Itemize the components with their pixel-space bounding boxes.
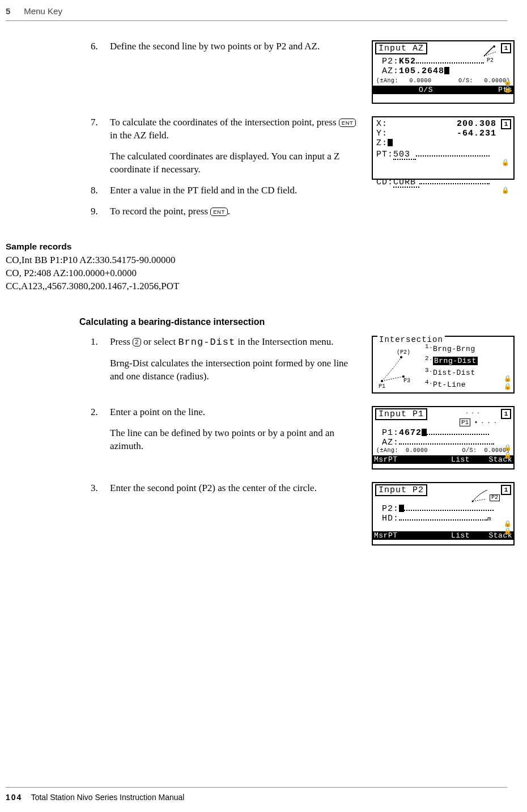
step-text: Brng-Dist calculates the intersection po… [110,357,363,383]
sample-records: Sample records CO,Int BB P1:P10 AZ:330.5… [6,241,507,293]
lcd-coordinates: 1 X:200.308 Y:-64.231 Z: PT:503 🔒 CD:CUR… [372,116,515,180]
lock-icon: 🔒 [504,384,512,390]
lcd-title: Input P2 [375,484,427,496]
page-indicator-icon: 1 [501,409,511,419]
step-text: Enter a value in the PT field and in the… [110,184,363,197]
step-text: Press 2 or select Brng-Dist in the Inter… [110,336,363,349]
page-footer: 104 Total Station Nivo Series Instructio… [6,787,507,804]
dotted-line-icon: · · · [465,411,479,416]
softkey-bar: MsrPT List Stack [373,455,513,464]
sample-heading: Sample records [6,241,507,253]
ent-key-icon: ENT [339,119,356,127]
section-number: 5 [6,6,10,17]
step-text: To calculate the coordinates of the inte… [110,116,363,142]
sample-line: CO,Int BB P1:P10 AZ:330.54175-90.00000 [6,254,507,267]
svg-text:P1: P1 [379,383,385,389]
step-number: 9. [91,205,110,218]
step-number: 2. [91,406,110,419]
step-number: 6. [91,40,110,53]
lock-icon: 🔒 [504,528,512,535]
header-rule [6,20,507,21]
lock-icon: 🔒 [502,160,510,166]
p2-sketch-icon: P2 [481,44,500,64]
step-text: The line can be defined by two points or… [110,427,363,453]
svg-point-5 [381,380,383,382]
two-key-icon: 2 [133,338,141,346]
step-text: The calculated coordinates are displayed… [110,150,363,176]
lock-icon: 🔒 [502,188,510,194]
p2-sketch-icon: P2 [470,488,499,506]
menu-item[interactable]: Dist-Dist [433,369,475,377]
lock-icon: 🔒 [504,79,512,86]
footer-rule [6,787,507,788]
menu-item[interactable]: Brng-Brng [433,345,475,354]
lcd-input-p2: Input P2 1 P2 P2: HD:m 🔒 🔒 [372,482,515,545]
step-number: 3. [91,482,110,495]
svg-point-2 [493,45,495,48]
softkey-bar: O/S Pts [373,86,513,94]
svg-text:(P2): (P2) [397,349,410,356]
menu-item-selected[interactable]: Brng-Dist [433,357,478,365]
step-text: Enter the second point (P2) as the cente… [110,482,363,495]
lock-icon: 🔒 [504,376,512,382]
page-indicator-icon: 1 [501,43,511,53]
intersection-diagram-icon: (P2) P1 P3 [376,347,418,387]
lcd-title: Input P1 [375,408,427,420]
lock-icon: 🔒 [504,87,512,93]
softkey-bar: MsrPT List Stack [373,531,513,540]
lock-icon: 🔒 [504,445,512,451]
page-indicator-icon: 1 [501,485,511,495]
step-text: To record the point, press ENT. [110,205,363,218]
lcd-input-az: Input AZ 1 P2 P2:K52 AZ:105.2648 (±Ang: [372,40,515,104]
ent-key-icon: ENT [210,208,228,216]
sample-line: CC,A123,,4567.3080,200.1467,-1.2056,POT [6,280,507,293]
svg-text:P3: P3 [403,378,410,384]
section-title: Menu Key [24,6,62,17]
menu-item[interactable]: Pt-Line [433,380,466,389]
page-header: 5 Menu Key [6,6,507,17]
lcd-intersection-menu: Intersection (P2) P1 P3 [372,336,515,394]
step-number: 7. [91,116,110,129]
step-number: 8. [91,184,110,197]
lock-icon: 🔒 [504,521,512,527]
step-text: Define the second line by two points or … [110,40,363,53]
page-number: 104 [6,793,22,802]
manual-title: Total Station Nivo Series Instruction Ma… [31,793,185,802]
lock-icon: 🔒 [504,452,512,459]
page-indicator-icon: 1 [501,119,511,129]
sample-line: CO, P2:408 AZ:100.0000+0.0000 [6,267,507,280]
lcd-title: Input AZ [375,43,427,54]
subheading: Calculating a bearing-distance intersect… [79,316,507,328]
step-text: Enter a point on the line. [110,406,363,419]
lcd-input-p1: Input P1 1 P1 • · · · · · · P1:4672 AZ: … [372,406,515,470]
step-number: 1. [91,336,110,349]
p1-tag-icon: P1 [460,418,470,426]
